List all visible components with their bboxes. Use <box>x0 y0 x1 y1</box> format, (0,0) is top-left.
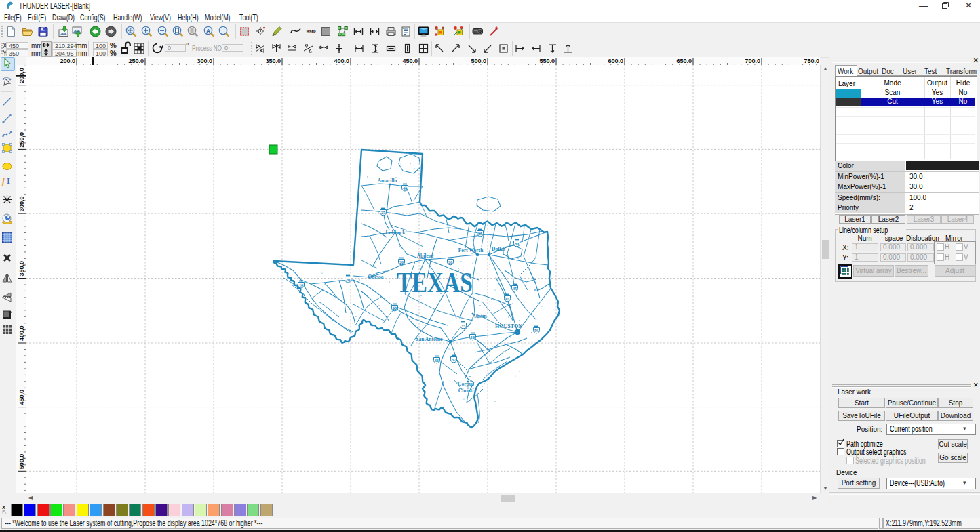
svg-text:A: A <box>206 28 210 34</box>
svg-text:20: 20 <box>448 260 452 264</box>
svg-text:35: 35 <box>461 324 465 328</box>
svg-text:500,0: 500,0 <box>18 454 25 470</box>
svg-text:27: 27 <box>381 211 385 215</box>
svg-text:350.0: 350.0 <box>265 58 281 64</box>
svg-text:45: 45 <box>513 287 517 291</box>
svg-text:45: 45 <box>505 297 509 301</box>
svg-text:550.0: 550.0 <box>539 58 555 64</box>
svg-text:Odessa: Odessa <box>368 274 384 280</box>
svg-text:HOUSTON: HOUSTON <box>495 323 522 329</box>
svg-text:500.0: 500.0 <box>471 58 486 64</box>
svg-text:600.0: 600.0 <box>608 58 623 64</box>
svg-text:I: I <box>7 176 10 186</box>
svg-text:59: 59 <box>534 329 538 333</box>
svg-text:36: 36 <box>435 359 439 363</box>
svg-text:10: 10 <box>471 335 475 340</box>
svg-text:450,0: 450,0 <box>18 390 25 405</box>
svg-text:250.0: 250.0 <box>128 58 144 64</box>
svg-text:37: 37 <box>452 358 456 362</box>
svg-text:Abilene: Abilene <box>417 253 434 259</box>
svg-text:300.0: 300.0 <box>197 58 212 64</box>
svg-text:700.0: 700.0 <box>745 58 760 64</box>
svg-text:Christi: Christi <box>458 388 474 394</box>
svg-text:750.0: 750.0 <box>804 58 819 64</box>
svg-text:10: 10 <box>299 283 303 287</box>
svg-text:350,0: 350,0 <box>18 261 25 277</box>
svg-text:650.0: 650.0 <box>676 58 692 64</box>
svg-text:San Antonio: San Antonio <box>416 336 443 342</box>
svg-text:300,0: 300,0 <box>18 197 25 212</box>
svg-text:20: 20 <box>399 260 404 264</box>
svg-text:400,0: 400,0 <box>18 325 25 341</box>
svg-text:Dallas: Dallas <box>492 246 505 252</box>
svg-text:f: f <box>2 176 6 186</box>
svg-text:200.0: 200.0 <box>60 58 75 64</box>
svg-text:450.0: 450.0 <box>402 58 418 64</box>
svg-text:Amarillo: Amarillo <box>378 178 397 184</box>
svg-text:400.0: 400.0 <box>334 58 349 64</box>
svg-text:BMP: BMP <box>306 29 315 34</box>
svg-text:Corpus: Corpus <box>458 381 474 387</box>
svg-text:30: 30 <box>515 242 519 246</box>
svg-text:250,0: 250,0 <box>18 132 25 148</box>
svg-text:Fort Worth: Fort Worth <box>458 247 484 253</box>
svg-text:20: 20 <box>346 278 350 282</box>
